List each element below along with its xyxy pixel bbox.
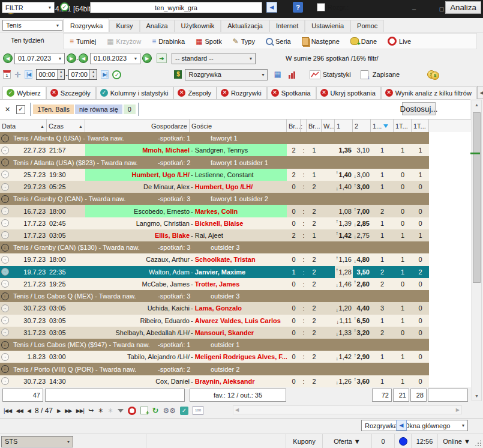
date-to-prev-button[interactable]: ◀ — [79, 53, 88, 63]
cancel-circle-icon[interactable] — [128, 407, 136, 415]
filter-tab-zespo-y[interactable]: ✕Zespoły — [173, 86, 217, 99]
skip-start-icon[interactable]: |◀ — [25, 70, 32, 79]
toolbar-button-dane[interactable]: Dane — [350, 37, 377, 45]
match-row[interactable]: →30.7.2303:05Uchida, Kaichi- Lama, Gonza… — [0, 302, 471, 314]
customize-button[interactable]: Dostosuj... — [402, 102, 436, 115]
open-match-icon[interactable]: → — [0, 229, 10, 241]
saved-icon[interactable] — [361, 70, 368, 79]
scroll-up-icon[interactable]: ▲ — [472, 100, 481, 109]
collapse-icon[interactable]: ↓ — [0, 156, 10, 168]
vertical-scrollbar[interactable]: ▲ ▼ — [472, 100, 482, 401]
column-header-5[interactable]: : — [301, 120, 307, 133]
tab-pomoc[interactable]: Pomoc — [350, 20, 384, 32]
tabs-scroll-left-button[interactable]: ◀ — [477, 86, 483, 99]
settings-gears-icon[interactable]: ⚙⚙ — [163, 407, 176, 415]
match-row[interactable]: →19.7.2322:35Walton, Adam- Janvier, Maxi… — [0, 266, 471, 278]
match-row[interactable]: →19.7.2318:00Cazaux, Arthur- Schoolkate,… — [0, 253, 471, 265]
rozgr-checkbox-group[interactable]: Rozgr.: — [317, 3, 349, 11]
view-source-select[interactable]: Rozgrywka z Okna głównego ▼ — [361, 420, 468, 431]
date-from-next-button[interactable]: ▶ — [67, 53, 76, 63]
match-row[interactable]: →16.7.2318:00Escobedo, Ernesto- Markes, … — [0, 205, 471, 217]
filter-tab-wynik-analiz-z-kilku-filtr-w[interactable]: ✕Wynik analiz z kilku filtrów — [381, 86, 477, 99]
apply-dates-icon[interactable]: ➔ — [157, 53, 167, 63]
filter-select[interactable]: FILTR ▼ — [2, 2, 55, 13]
collapse-icon[interactable]: ↓ — [0, 290, 10, 302]
scrollbar-thumb[interactable] — [473, 112, 481, 283]
column-header-1[interactable]: Czas▲ — [47, 120, 85, 133]
condition-checkbox[interactable]: ✓ — [16, 105, 25, 114]
open-match-icon[interactable]: → — [0, 217, 10, 229]
help-button[interactable]: ? — [293, 2, 303, 13]
fast-next-icon[interactable]: ▶▶ — [65, 408, 72, 414]
open-match-icon[interactable]: → — [0, 327, 10, 339]
open-match-icon[interactable]: → — [0, 205, 10, 217]
add-table-icon[interactable] — [140, 407, 148, 414]
collapse-icon[interactable]: ↓ — [0, 132, 10, 144]
refresh-icon[interactable]: ↻ — [152, 406, 159, 415]
open-match-icon[interactable]: → — [0, 315, 10, 327]
statistics-label[interactable]: Statystyki — [323, 71, 351, 78]
column-filter-icon[interactable] — [383, 124, 388, 128]
remove-condition-icon[interactable]: ✕ — [5, 106, 10, 114]
group-row[interactable]: ↓Tenis / Atlanta (USA) ($823) - Twarda n… — [0, 156, 471, 168]
collapse-icon[interactable]: ↓ — [0, 339, 10, 351]
scroll-left-icon[interactable]: ◀ — [235, 407, 239, 413]
fast-prev-icon[interactable]: ◀◀ — [16, 408, 23, 414]
date-from-prev-button[interactable]: ◀ — [3, 53, 13, 63]
date-from-select[interactable]: 01.07.2023 ▼ — [14, 53, 65, 64]
match-row[interactable]: →21.7.2319:25McCabe, James- Trotter, Jam… — [0, 278, 471, 290]
column-header-12[interactable]: 1T... — [412, 120, 429, 133]
line-chart-icon[interactable] — [310, 70, 320, 79]
time-to-spinner[interactable]: 07:00 ▲▼ — [68, 69, 97, 80]
move-icon[interactable]: ✛ — [14, 70, 21, 79]
group-row[interactable]: ↓Tenis / Granby (CAN) ($130) - Twarda na… — [0, 241, 471, 253]
condition-value-chip[interactable]: 0 — [124, 104, 136, 114]
coins-icon[interactable] — [427, 70, 439, 79]
tab-użytkownik[interactable]: Użytkownik — [175, 20, 221, 32]
filter-tab-ukryj-spotkania[interactable]: ✕Ukryj spotkania — [316, 86, 381, 99]
spinner-arrows[interactable]: ▲▼ — [57, 70, 64, 79]
open-match-icon[interactable]: → — [0, 253, 10, 265]
toolbar-button-spotk[interactable]: ▦Spotk — [196, 38, 221, 45]
tab-analiza[interactable]: Analiza — [140, 20, 175, 32]
toolbar-button-następne[interactable]: Następne — [302, 37, 340, 46]
group-row[interactable]: ↓Tenis / Atlanta Q (USA) - Twarda naw.-s… — [0, 132, 471, 144]
column-header-7[interactable]: W... — [322, 120, 335, 133]
condition-field-chip[interactable]: 1Ten. Balls — [33, 104, 74, 114]
filter-query-field[interactable]: ten_wynik_gra — [90, 2, 262, 13]
condition-operator-chip[interactable]: nie równa się — [75, 104, 122, 114]
toolbar-button-typy[interactable]: ✎Typy — [233, 38, 255, 45]
toolbar-button-drabinka[interactable]: ≡Drabinka — [152, 38, 185, 45]
filter-tab-wybierz[interactable]: ✓Wybierz — [2, 86, 46, 99]
table-view-icon[interactable]: ▦ — [274, 71, 281, 78]
column-header-10[interactable]: 1... — [371, 120, 394, 133]
sport-select[interactable]: Tenis ▼ — [2, 20, 62, 31]
kupony-item[interactable]: Kupony — [286, 434, 323, 448]
open-match-icon[interactable]: → — [0, 266, 10, 278]
open-match-icon[interactable]: → — [0, 181, 10, 193]
filter-funnel-icon[interactable] — [118, 409, 124, 413]
open-match-icon[interactable]: → — [0, 169, 10, 181]
group-row[interactable]: ↓Tenis / Los Cabos Q (MEX) - Twarda naw.… — [0, 290, 471, 302]
online-item[interactable]: Online ▼ — [438, 434, 475, 448]
open-match-icon[interactable]: → — [0, 351, 10, 363]
tab-kursy[interactable]: Kursy — [109, 20, 139, 32]
column-header-11[interactable]: 1T... — [394, 120, 412, 133]
group-row[interactable]: ↓Tenis / Granby Q (CAN) - Twarda naw.-sp… — [0, 193, 471, 205]
new-record-icon[interactable]: ∗ — [98, 407, 103, 414]
preset-select[interactable]: -- standard -- ▼ — [172, 53, 256, 64]
tab-rozgrywka[interactable]: Rozgrywka — [64, 19, 109, 32]
date-to-next-button[interactable]: ▶ — [142, 53, 152, 63]
match-row[interactable]: →29.7.2305:25De Minaur, Alex- Humbert, U… — [0, 181, 471, 193]
apply-view-icon[interactable]: ◀ — [396, 420, 407, 431]
collapse-icon[interactable]: ↓ — [0, 363, 10, 375]
open-match-icon[interactable]: → — [0, 278, 10, 290]
resize-grip[interactable] — [475, 434, 483, 448]
oferta-item[interactable]: Oferta ▼ — [323, 434, 372, 448]
column-header-6[interactable]: Br... — [307, 120, 322, 133]
skip-end-icon[interactable]: ▶| — [101, 70, 109, 79]
saved-label[interactable]: Zapisane — [373, 71, 400, 78]
column-header-9[interactable]: 2 — [353, 120, 371, 133]
match-row[interactable]: →31.7.2303:05Shelbayh, Abedallah /LH/- M… — [0, 327, 471, 339]
toolbar-button-seria[interactable]: Seria — [266, 38, 291, 45]
